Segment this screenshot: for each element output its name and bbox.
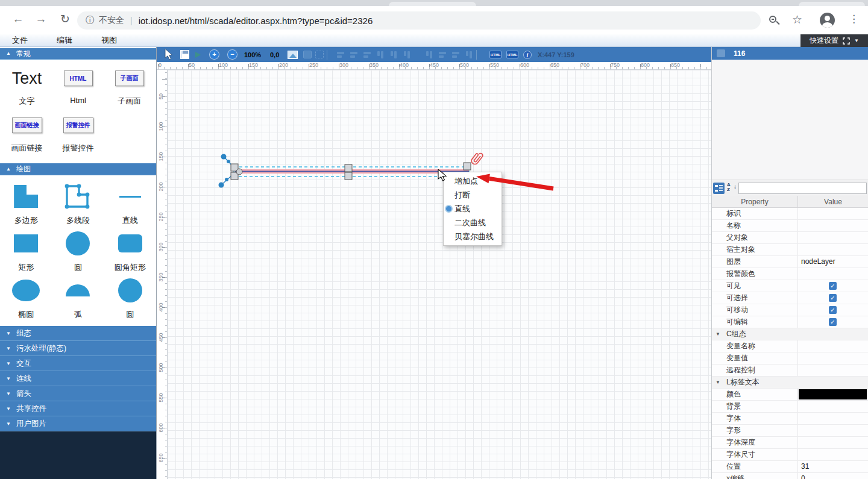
context-menu-item[interactable]: 贝塞尔曲线 <box>444 230 502 243</box>
property-row[interactable]: ▼ 标识 ✓ <box>712 208 868 220</box>
url-bar[interactable]: ⓘ 不安全 | iot.idosp.net/html/scada/editor.… <box>77 11 761 30</box>
run-icon[interactable] <box>195 47 201 62</box>
palette-item-html[interactable]: HTML Html <box>52 68 104 115</box>
property-row[interactable]: ▼ 宿主对象 ✓ <box>712 244 868 256</box>
property-row[interactable]: ▼ 可编辑 ✓ <box>712 316 868 328</box>
browser-tab[interactable] <box>389 2 476 6</box>
align-center-icon[interactable] <box>350 47 358 62</box>
property-value-cell[interactable]: ✓ <box>797 425 868 436</box>
property-row[interactable]: ▼ 可选择 ✓ <box>712 292 868 304</box>
property-row[interactable]: ▼ 远程控制 ✓ <box>712 365 868 377</box>
property-value-cell[interactable]: ✓ <box>797 328 868 340</box>
dock-layout-icon[interactable] <box>843 37 850 45</box>
property-row[interactable]: ▼ 父对象 ✓ <box>712 232 868 244</box>
property-value-cell[interactable]: ✓ <box>797 244 868 255</box>
property-row[interactable]: ▼ 图层 nodeLayer ✓ <box>712 256 868 268</box>
context-menu-item[interactable]: 增加点 <box>444 174 502 188</box>
property-value-cell[interactable]: ✓ <box>797 401 868 412</box>
expand-icon[interactable]: ▼ <box>6 361 11 366</box>
drawing-tool[interactable]: 多线段 <box>52 180 104 227</box>
checkbox-checked-icon[interactable]: ✓ <box>829 318 837 326</box>
palette-section-collapsed[interactable]: ▼ 箭头 <box>0 386 156 401</box>
drawing-tool[interactable]: 多边形 <box>0 180 52 227</box>
save-icon[interactable] <box>180 47 189 62</box>
drawing-tool[interactable]: 直线 <box>104 180 156 227</box>
property-row[interactable]: ▼ 颜色 #000000 ✓ <box>712 389 868 401</box>
html-source-icon[interactable]: HTML <box>489 47 502 62</box>
drawing-tool[interactable]: 椭圆 <box>0 274 52 321</box>
property-value-cell[interactable]: ✓ <box>797 316 868 328</box>
group-caret-icon[interactable]: ▼ <box>715 377 726 388</box>
property-value-cell[interactable]: ✓ <box>797 280 868 292</box>
align-bottom-icon[interactable] <box>403 47 411 62</box>
url-text[interactable]: iot.idosp.net/html/scada/editor.aspx.htm… <box>139 16 373 26</box>
context-menu-item[interactable]: 直线 <box>444 202 502 216</box>
checkbox-checked-icon[interactable]: ✓ <box>829 282 837 290</box>
browser-tab[interactable] <box>799 2 865 6</box>
same-width-icon[interactable] <box>425 47 433 62</box>
palette-section-collapsed[interactable]: ▼ 连线 <box>0 371 156 386</box>
drawing-tool[interactable]: 圆 <box>104 274 156 321</box>
distribute-h-icon[interactable] <box>451 47 460 62</box>
palette-item-alarm-control[interactable]: 报警控件 报警控件 <box>52 115 104 162</box>
group-caret-icon[interactable]: ▼ <box>715 328 726 340</box>
browser-menu-icon[interactable]: ⋮ <box>849 13 859 25</box>
drawing-tool[interactable]: 圆角矩形 <box>104 227 156 274</box>
palette-item-text[interactable]: Text 文字 <box>1 68 52 115</box>
menu-item[interactable]: 编辑 <box>57 35 72 46</box>
zoom-out-page-icon[interactable] <box>769 16 776 23</box>
property-row[interactable]: ▼ 报警颜色 ✓ <box>712 268 868 280</box>
palette-section-collapsed[interactable]: ▼ 组态 <box>0 326 156 341</box>
drawing-tool[interactable]: 矩形 <box>0 227 52 274</box>
property-row[interactable]: ▼ 可移动 ✓ <box>712 304 868 316</box>
collapse-icon[interactable]: ▲ <box>6 51 11 56</box>
context-menu-item[interactable]: 二次曲线 <box>444 216 502 230</box>
palette-section-collapsed[interactable]: ▼ 交互 <box>0 356 156 371</box>
align-left-icon[interactable] <box>336 47 345 62</box>
property-value-cell[interactable]: 0 ✓ <box>797 473 868 479</box>
property-row[interactable]: ▼ 可见 ✓ <box>712 280 868 292</box>
property-value-cell[interactable]: ✓ <box>797 292 868 304</box>
property-row[interactable]: ▼ 字体深度 ✓ <box>712 437 868 449</box>
expand-icon[interactable]: ▼ <box>6 421 11 427</box>
property-row[interactable]: ▼ C组态 ✓ <box>712 328 868 340</box>
property-row[interactable]: ▼ 名称 ✓ <box>712 220 868 232</box>
palette-section-collapsed[interactable]: ▼ 污水处理(静态) <box>0 341 156 356</box>
html-preview-icon[interactable]: HTML <box>506 47 518 62</box>
property-value-cell[interactable]: ✓ <box>797 340 868 352</box>
align-middle-icon[interactable] <box>389 47 398 62</box>
property-value-cell[interactable]: nodeLayer ✓ <box>797 256 868 268</box>
reload-icon[interactable]: ↻ <box>57 11 74 28</box>
property-row[interactable]: ▼ 变量名称 ✓ <box>712 340 868 352</box>
menu-item[interactable]: 视图 <box>101 35 117 46</box>
drawing-tool[interactable]: 弧 <box>52 274 104 321</box>
expand-icon[interactable]: ▼ <box>6 331 11 336</box>
align-top-icon[interactable] <box>376 47 385 62</box>
profile-avatar[interactable] <box>820 13 835 28</box>
property-value-cell[interactable]: ✓ <box>797 208 868 219</box>
property-row[interactable]: ▼ 背景 ✓ <box>712 401 868 413</box>
background-image-icon[interactable] <box>288 47 298 62</box>
checkbox-checked-icon[interactable]: ✓ <box>829 294 837 302</box>
object-tree-panel[interactable] <box>712 60 868 180</box>
collapse-icon[interactable]: ▲ <box>6 167 11 172</box>
property-row[interactable]: ▼ 字体 ✓ <box>712 413 868 425</box>
property-value-cell[interactable]: ✓ <box>797 413 868 424</box>
menu-item[interactable]: 文件 <box>12 35 28 46</box>
palette-section-general[interactable]: ▲ 常规 <box>0 48 156 60</box>
ungroup-icon[interactable] <box>315 47 324 62</box>
zoom-out-icon[interactable]: − <box>228 47 237 62</box>
property-column-header[interactable]: Property <box>712 196 797 207</box>
property-value-cell[interactable]: ✓ <box>797 377 868 388</box>
property-value-cell[interactable]: ✓ <box>797 365 868 376</box>
value-column-header[interactable]: Value <box>797 196 868 207</box>
group-icon[interactable] <box>303 47 312 62</box>
distribute-v-icon[interactable] <box>465 47 473 62</box>
back-icon[interactable]: ← <box>10 11 27 28</box>
design-canvas[interactable] <box>168 70 711 479</box>
property-value-cell[interactable]: ✓ <box>797 437 868 448</box>
property-value-cell[interactable]: ✓ <box>797 304 868 316</box>
property-value-cell[interactable]: ✓ <box>797 449 868 460</box>
sort-alphabetical-icon[interactable] <box>726 183 737 194</box>
property-row[interactable]: ▼ 位置 31 ✓ <box>712 461 868 473</box>
